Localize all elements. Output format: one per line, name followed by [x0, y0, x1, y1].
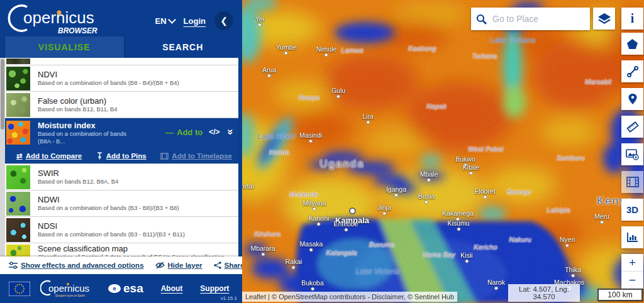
tab-search[interactable]: SEARCH: [124, 36, 243, 58]
pentagon-icon: [626, 38, 638, 50]
show-effects-button[interactable]: Show effects and advanced options: [9, 262, 144, 269]
layer-title: Moisture index: [38, 121, 138, 130]
share-icon: [214, 262, 221, 269]
custom-script-icon[interactable]: </>: [209, 128, 219, 136]
layer-thumbnail: [6, 192, 30, 216]
statistics-button[interactable]: [621, 226, 643, 248]
panel-footer: opernicus Europe's eyes on Earth e esa A…: [0, 274, 242, 303]
minus-icon: —: [165, 128, 174, 137]
3d-button[interactable]: 3D: [621, 199, 643, 221]
left-panel: opernicus BROWSER EN Login ❮ VISUALISE S…: [0, 0, 242, 303]
footer-tagline: Europe's eyes on Earth: [55, 294, 85, 297]
logo-sub-text: BROWSER: [58, 26, 97, 35]
layer-options-bar: Show effects and advanced options Hide l…: [0, 256, 242, 274]
measure-button[interactable]: [621, 116, 643, 138]
double-chevron-down-icon[interactable]: «: [223, 129, 235, 135]
layer-title: SWIR: [38, 168, 118, 178]
chevron-left-icon: ❮: [220, 16, 228, 26]
place-marker-button[interactable]: [621, 88, 643, 110]
share-label: Share: [225, 262, 245, 269]
copernicus-footer-logo: opernicus Europe's eyes on Earth: [40, 279, 98, 298]
go-to-place-input[interactable]: [491, 13, 582, 25]
layer-row-scene-classification[interactable]: Scene classification map Classification …: [5, 243, 238, 256]
layer-row-ndwi[interactable]: NDWI Based on a combination of bands (B3…: [5, 190, 238, 217]
hide-layer-label: Hide layer: [168, 262, 203, 269]
search-icon: [476, 14, 487, 25]
about-link[interactable]: About: [161, 284, 183, 293]
share-button[interactable]: Share: [214, 262, 245, 269]
add-to-compare-label: Add to Compare: [26, 152, 82, 160]
marker-pin-icon: [628, 93, 638, 105]
zoom-in-button[interactable]: +: [621, 254, 643, 272]
scrollbar-thumb[interactable]: [1, 59, 4, 129]
tab-visualise[interactable]: VISUALISE: [5, 36, 124, 58]
layer-title: False color (urban): [38, 96, 118, 106]
layer-description: Based on a combination of bands (B8A - B…: [38, 130, 138, 145]
layer-thumbnail: [6, 121, 30, 145]
layer-list-scrollbar[interactable]: [0, 58, 5, 256]
draw-area-button[interactable]: [621, 33, 643, 55]
layer-row-swir[interactable]: SWIR Based on bands B12, B8A, B4: [5, 164, 238, 190]
3d-label: 3D: [626, 204, 638, 215]
layer-description: Based on a combination of bands (B3 - B1…: [38, 231, 185, 238]
copernicus-browser-app: opernicus BROWSER EN Login ❮ VISUALISE S…: [0, 0, 644, 303]
line-measure-icon: [627, 66, 638, 77]
add-to-button[interactable]: —Add to: [165, 128, 203, 137]
layer-title: NDVI: [38, 70, 179, 79]
zoom-out-button[interactable]: −: [621, 272, 643, 289]
layer-row-false-color-urban[interactable]: False color (urban) Based on bands B12, …: [5, 92, 238, 118]
hide-layer-button[interactable]: Hide layer: [155, 262, 203, 269]
sliders-icon: [9, 262, 18, 269]
logo-orange-dot: [57, 11, 62, 15]
copernicus-browser-logo: opernicus BROWSER: [6, 3, 119, 38]
pin-icon: [96, 152, 103, 160]
map-viewport[interactable]: YeiYumbeNimuleAruaGuluLiraMasindiMbaleIg…: [242, 0, 644, 303]
esa-text: esa: [123, 282, 143, 295]
map-attribution[interactable]: Leaflet | © OpenStreetMap contributors -…: [242, 292, 457, 302]
language-selector[interactable]: EN: [155, 16, 175, 26]
zoom-control: + −: [621, 254, 643, 289]
compare-icon: ⇄: [16, 152, 23, 160]
layers-button[interactable]: [593, 8, 615, 30]
layer-row-moisture-index-selected[interactable]: Moisture index Based on a combination of…: [5, 118, 238, 164]
timelapse-button[interactable]: [621, 171, 643, 193]
film-strip-icon: [626, 177, 639, 187]
layer-title: Scene classification map: [38, 244, 238, 253]
info-icon: i: [631, 11, 635, 26]
header-controls: EN Login ❮: [155, 11, 233, 30]
add-to-compare-button[interactable]: ⇄Add to Compare: [16, 152, 82, 160]
coordinates-display[interactable]: Lat: 4.507, Lng: 34.570: [508, 284, 580, 302]
layer-thumbnail: [6, 67, 30, 91]
draw-line-button[interactable]: [621, 60, 643, 82]
download-image-button[interactable]: [621, 143, 643, 165]
add-to-timelapse-label: Add to Timelapse: [172, 152, 232, 160]
login-button[interactable]: Login: [184, 16, 206, 26]
show-effects-label: Show effects and advanced options: [21, 262, 144, 269]
layer-thumbnail: [6, 58, 30, 64]
add-to-pins-label: Add to Pins: [106, 152, 147, 160]
layer-thumbnail: [6, 245, 30, 257]
language-label: EN: [155, 16, 167, 26]
go-to-place-searchbox[interactable]: [471, 8, 590, 30]
layer-row-partial[interactable]: [5, 58, 238, 65]
layer-description: Based on bands B12, B11, B4: [38, 106, 118, 113]
layer-list: NDVI Based on a combination of bands (B8…: [5, 58, 238, 256]
layer-row-ndvi[interactable]: NDVI Based on a combination of bands (B8…: [5, 65, 238, 92]
histogram-icon: [626, 232, 638, 243]
add-to-pins-button[interactable]: Add to Pins: [96, 152, 147, 160]
eu-flag: [9, 282, 30, 296]
collapse-panel-button[interactable]: ❮: [214, 11, 233, 30]
info-button[interactable]: i: [621, 8, 643, 30]
add-to-timelapse-button[interactable]: Add to Timelapse: [160, 152, 232, 160]
layer-title: NDWI: [38, 195, 179, 204]
layer-description: Based on a combination of bands (B3 - B8…: [38, 204, 179, 212]
support-link[interactable]: Support: [200, 284, 229, 293]
layer-description: Based on bands B12, B8A, B4: [38, 178, 118, 185]
layer-thumbnail: [6, 165, 30, 189]
ruler-icon: [626, 121, 639, 133]
esa-disc-icon: e: [108, 284, 121, 293]
layer-row-ndsi[interactable]: NDSI Based on a combination of bands (B3…: [5, 217, 238, 243]
timelapse-icon: [160, 153, 169, 160]
eye-off-icon: [155, 262, 165, 269]
moisture-index-raster: [242, 0, 644, 303]
